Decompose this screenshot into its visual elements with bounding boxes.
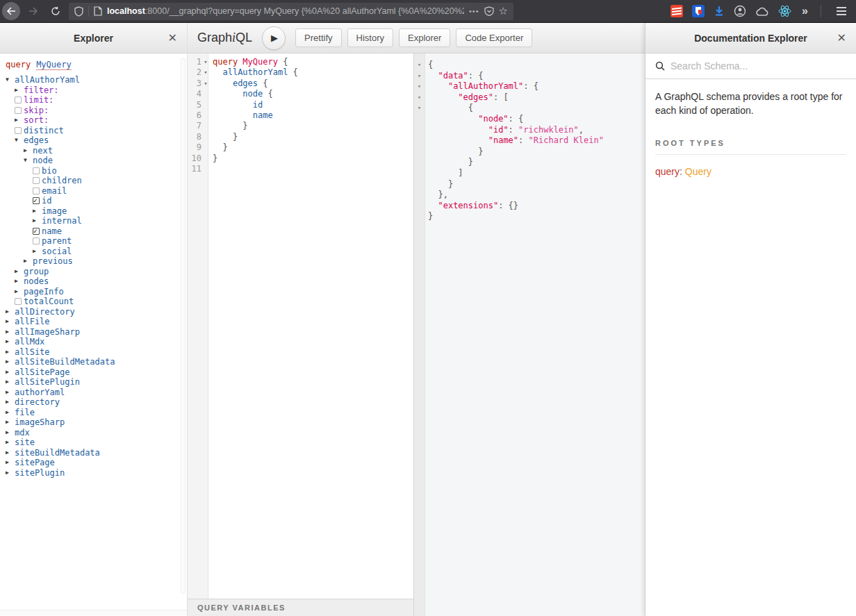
explorer-tree-item[interactable]: ▶allSite	[6, 347, 187, 358]
collapse-arrow-icon[interactable]: ▼	[24, 156, 33, 166]
expand-arrow-icon[interactable]: ▶	[6, 317, 15, 327]
expand-arrow-icon[interactable]: ▶	[6, 417, 15, 428]
checkbox-unchecked[interactable]	[33, 188, 40, 194]
explorer-tree-item[interactable]: ▶allMdx	[6, 337, 187, 347]
fold-arrow-icon[interactable]: ▾	[201, 67, 210, 78]
todoist-extension-icon[interactable]	[670, 5, 683, 17]
schema-search-input[interactable]	[670, 60, 846, 72]
account-icon[interactable]	[734, 5, 746, 17]
checkbox-unchecked[interactable]	[33, 167, 40, 174]
fold-arrow-icon[interactable]: ▾	[414, 81, 425, 92]
checkbox-unchecked[interactable]	[15, 107, 22, 114]
explorer-tree-item[interactable]: id	[6, 196, 187, 206]
explorer-tree-item[interactable]: ▶nodes	[6, 276, 187, 287]
operation-name-input[interactable]: MyQuery	[36, 60, 72, 70]
expand-arrow-icon[interactable]: ▶	[6, 377, 15, 388]
explorer-horizontal-scrollbar[interactable]	[0, 610, 187, 616]
page-info-icon[interactable]	[94, 6, 102, 16]
expand-arrow-icon[interactable]: ▶	[33, 247, 42, 257]
explorer-tree-item[interactable]: ▶directory	[6, 397, 187, 408]
expand-arrow-icon[interactable]: ▶	[15, 276, 24, 287]
fold-arrow-icon[interactable]: ▾	[414, 103, 425, 114]
expand-arrow-icon[interactable]: ▶	[15, 115, 24, 126]
expand-arrow-icon[interactable]: ▶	[15, 267, 24, 277]
toolbar-button-code-exporter[interactable]: Code Exporter	[456, 28, 532, 47]
expand-arrow-icon[interactable]: ▶	[6, 448, 15, 458]
toolbar-button-history[interactable]: History	[347, 28, 393, 47]
checkbox-unchecked[interactable]	[15, 97, 22, 103]
expand-arrow-icon[interactable]: ▶	[6, 357, 15, 367]
explorer-tree-item[interactable]: ▶allDirectory	[6, 307, 187, 317]
explorer-tree-item[interactable]: bio	[6, 166, 187, 176]
forward-button[interactable]	[24, 2, 42, 20]
explorer-tree-item[interactable]: ▶social	[6, 247, 187, 257]
reload-button[interactable]	[47, 2, 65, 20]
url-bar[interactable]: localhost:8000/__graphql?query=query MyQ…	[69, 3, 513, 20]
expand-arrow-icon[interactable]: ▶	[24, 146, 33, 156]
expand-arrow-icon[interactable]: ▶	[15, 85, 24, 96]
overflow-chevrons-icon[interactable]: »	[800, 5, 809, 17]
expand-arrow-icon[interactable]: ▶	[6, 388, 15, 398]
explorer-tree-item[interactable]: children	[6, 176, 187, 186]
explorer-tree-item[interactable]: distinct	[6, 126, 187, 136]
explorer-tree-item[interactable]: email	[6, 186, 187, 197]
explorer-tree-item[interactable]: skip:	[6, 106, 187, 116]
checkbox-unchecked[interactable]	[15, 127, 22, 134]
tracking-protection-shield-icon[interactable]	[74, 6, 83, 17]
back-button[interactable]	[2, 2, 20, 20]
toolbar-button-explorer[interactable]: Explorer	[399, 28, 450, 47]
explorer-tree-item[interactable]: ▼edges	[6, 135, 187, 146]
explorer-tree-item[interactable]: ▶siteBuildMetadata	[6, 448, 187, 458]
expand-arrow-icon[interactable]: ▶	[6, 367, 15, 378]
checkbox-unchecked[interactable]	[15, 298, 22, 305]
query-variables-bar[interactable]: QUERY VARIABLES	[188, 599, 413, 616]
explorer-tree-item[interactable]: ▶next	[6, 146, 187, 156]
expand-arrow-icon[interactable]: ▶	[6, 438, 15, 448]
expand-arrow-icon[interactable]: ▶	[15, 287, 24, 297]
explorer-tree-item[interactable]: ▶authorYaml	[6, 388, 187, 398]
expand-arrow-icon[interactable]: ▶	[6, 468, 15, 478]
explorer-tree-item[interactable]: ▶image	[6, 206, 187, 217]
explorer-tree-item[interactable]: ▶sitePage	[6, 458, 187, 468]
root-type-row[interactable]: query: Query	[655, 166, 846, 177]
explorer-tree-item[interactable]: ▶internal	[6, 216, 187, 226]
collapse-arrow-icon[interactable]: ▼	[15, 135, 24, 146]
checkbox-checked[interactable]	[33, 197, 40, 204]
pocket-shield-icon[interactable]	[484, 6, 494, 16]
fold-arrow-icon[interactable]: ▾	[201, 78, 210, 89]
explorer-tree-item[interactable]: ▶mdx	[6, 428, 187, 438]
explorer-tree-item[interactable]: ▶allFile	[6, 317, 187, 327]
expand-arrow-icon[interactable]: ▶	[6, 458, 15, 468]
password-manager-extension-icon[interactable]	[692, 5, 705, 17]
expand-arrow-icon[interactable]: ▶	[6, 337, 15, 347]
explorer-tree-item[interactable]: ▶sort:	[6, 115, 187, 126]
checkbox-unchecked[interactable]	[33, 238, 40, 244]
collapse-arrow-icon[interactable]: ▼	[6, 75, 15, 85]
expand-arrow-icon[interactable]: ▶	[33, 206, 42, 217]
bookmark-star-icon[interactable]: ☆	[499, 5, 508, 17]
url-overflow-icon[interactable]: •••	[469, 7, 479, 15]
checkbox-checked[interactable]	[33, 228, 40, 235]
close-icon[interactable]: ✕	[168, 31, 177, 44]
expand-arrow-icon[interactable]: ▶	[33, 216, 42, 226]
fold-arrow-icon[interactable]: ▾	[414, 60, 425, 71]
explorer-tree-item[interactable]: ▶imageSharp	[6, 417, 187, 428]
explorer-tree-item[interactable]: ▶filter:	[6, 85, 187, 96]
explorer-vertical-scrollbar[interactable]	[181, 58, 186, 594]
explorer-tree-item[interactable]: limit:	[6, 95, 187, 106]
toolbar-button-prettify[interactable]: Prettify	[295, 28, 341, 47]
query-editor[interactable]: 1▾query MyQuery {2▾ allAuthorYaml {3▾ ed…	[188, 53, 413, 599]
explorer-tree-item[interactable]: parent	[6, 236, 187, 247]
explorer-tree-item[interactable]: ▶allImageSharp	[6, 327, 187, 338]
explorer-tree-item[interactable]: ▶allSiteBuildMetadata	[6, 357, 187, 367]
checkbox-unchecked[interactable]	[33, 177, 40, 184]
explorer-tree-item[interactable]: totalCount	[6, 297, 187, 307]
fold-arrow-icon[interactable]: ▾	[414, 92, 425, 103]
root-field-name[interactable]: query	[655, 166, 680, 177]
expand-arrow-icon[interactable]: ▶	[6, 397, 15, 408]
expand-arrow-icon[interactable]: ▶	[6, 307, 15, 317]
explorer-tree-item[interactable]: ▶file	[6, 408, 187, 418]
expand-arrow-icon[interactable]: ▶	[6, 327, 15, 338]
explorer-tree-item[interactable]: ▶allSitePage	[6, 367, 187, 378]
execute-query-button[interactable]: ▶	[262, 26, 286, 50]
